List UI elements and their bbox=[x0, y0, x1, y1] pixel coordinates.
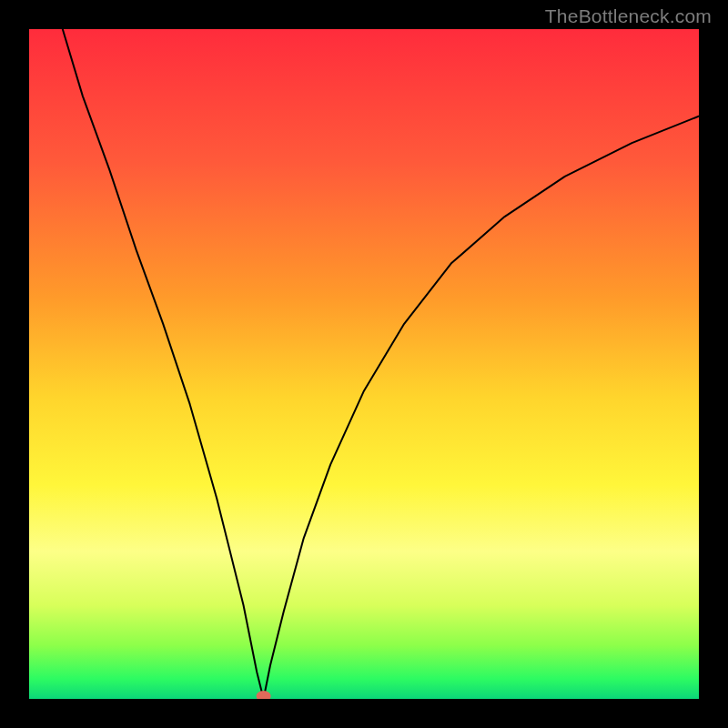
watermark-text: TheBottleneck.com bbox=[545, 5, 712, 27]
optimal-point-marker bbox=[257, 691, 271, 699]
bottleneck-curve bbox=[63, 29, 699, 699]
plot-area bbox=[29, 29, 699, 699]
chart-frame: TheBottleneck.com bbox=[0, 0, 728, 728]
bottleneck-curve-svg bbox=[29, 29, 699, 699]
